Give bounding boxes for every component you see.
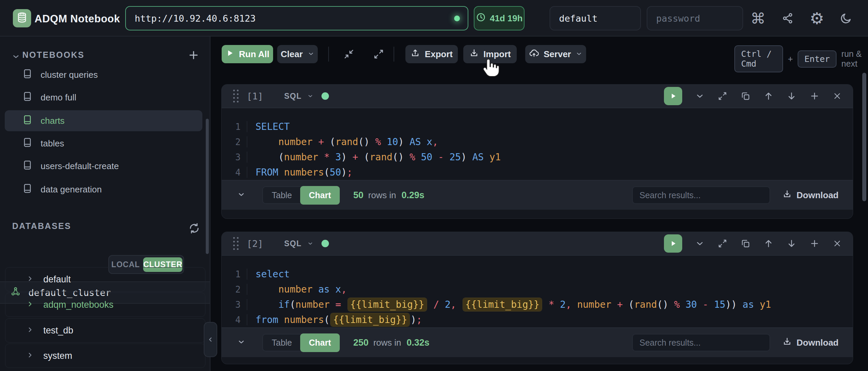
run-cell-button[interactable]: [664, 87, 682, 105]
table-chart-toggle[interactable]: Table Chart: [262, 334, 340, 351]
drag-handle-icon[interactable]: [233, 90, 239, 102]
chart-view-tab[interactable]: Chart: [300, 333, 340, 352]
toolbar-divider: [394, 47, 394, 62]
sidebar-item-users-default-create[interactable]: users-default-create: [5, 156, 202, 177]
uptime-badge: 41d 19h: [474, 6, 525, 30]
collapse-all-cells-icon[interactable]: [339, 45, 359, 63]
export-button[interactable]: Export: [405, 45, 458, 63]
import-button[interactable]: Import: [463, 45, 517, 63]
database-item-adqm-notebooks[interactable]: adqm_notebooks: [5, 293, 205, 317]
move-cell-down-icon[interactable]: [786, 91, 797, 101]
line-number: 2: [222, 137, 247, 147]
code-line[interactable]: 1SELECT: [222, 119, 853, 134]
clock-icon: [476, 12, 486, 25]
export-label: Export: [425, 49, 452, 60]
sidebar-item-data-generation[interactable]: data generation: [5, 179, 202, 200]
sidebar-item-demo-full[interactable]: demo full: [5, 87, 202, 108]
download-icon: [782, 337, 792, 349]
cell-language-dropdown[interactable]: SQL: [284, 239, 313, 248]
search-results-input[interactable]: [632, 334, 770, 351]
sidebar-scrollbar[interactable]: [206, 119, 209, 254]
cell-expand-icon[interactable]: [717, 91, 728, 101]
sidebar-collapse-handle[interactable]: [204, 322, 217, 357]
shortcut-plus: +: [788, 54, 793, 64]
command-shortcuts-icon[interactable]: ⌘: [750, 10, 766, 26]
notebooks-collapse-chevron-icon[interactable]: [12, 52, 20, 62]
rows-in-label: rows in: [368, 190, 396, 201]
adqm-notebook-app: ADQM Notebook 41d 19h ⌘ ⚙: [0, 0, 868, 371]
server-button[interactable]: Server: [525, 45, 586, 63]
cell-index-label: [1]: [247, 91, 263, 101]
refresh-databases-icon[interactable]: [186, 222, 202, 236]
cell-header: [2] SQL: [222, 232, 853, 256]
code-line[interactable]: 1select: [222, 266, 853, 282]
delete-cell-icon[interactable]: [832, 239, 842, 248]
download-label: Download: [797, 338, 839, 348]
sql-code-editor[interactable]: 1SELECT2 number + (rand() % 10) AS x,3 (…: [222, 108, 853, 180]
code-line[interactable]: 4FROM numbers(50);: [222, 165, 853, 180]
table-view-tab[interactable]: Table: [263, 190, 301, 200]
collapse-results-chevron-icon[interactable]: [237, 338, 245, 347]
download-button[interactable]: Download: [780, 189, 841, 202]
table-chart-toggle[interactable]: Table Chart: [262, 186, 340, 204]
code-line[interactable]: 2 number + (rand() % 10) AS x,: [222, 134, 853, 149]
sidebar-item-tables[interactable]: tables: [5, 133, 202, 154]
cell-results-bar: Table Chart 50 rows in 0.29s Download: [222, 180, 853, 210]
table-view-tab[interactable]: Table: [263, 338, 301, 348]
drag-handle-icon[interactable]: [233, 237, 239, 250]
chevron-down-icon: [307, 93, 313, 99]
cell-collapse-chevron-icon[interactable]: [695, 239, 705, 248]
notebooks-section-header: NOTEBOOKS: [22, 50, 85, 60]
password-input[interactable]: [647, 6, 743, 30]
cell-expand-icon[interactable]: [717, 238, 728, 249]
database-icon: [16, 11, 28, 25]
download-button[interactable]: Download: [780, 337, 841, 349]
search-results-input[interactable]: [632, 186, 770, 204]
code-line[interactable]: 2 number as x,: [222, 282, 853, 297]
collapse-results-chevron-icon[interactable]: [237, 190, 245, 200]
cell-collapse-chevron-icon[interactable]: [695, 91, 705, 101]
database-item-default[interactable]: default: [5, 267, 205, 292]
notebook-icon: [22, 91, 32, 104]
server-url-input[interactable]: [125, 6, 468, 30]
database-item-system[interactable]: system: [5, 344, 205, 368]
move-cell-down-icon[interactable]: [786, 238, 797, 249]
main-scrollbar[interactable]: [862, 73, 866, 201]
play-icon: [669, 239, 677, 248]
username-input[interactable]: [550, 6, 641, 30]
chevron-right-icon: [26, 274, 34, 285]
run-all-button[interactable]: Run All: [222, 45, 273, 63]
sidebar-item-label: demo full: [41, 92, 76, 103]
sidebar-item-label: users-default-create: [41, 161, 119, 171]
dark-mode-moon-icon[interactable]: [838, 10, 854, 26]
expand-all-cells-icon[interactable]: [369, 45, 389, 63]
clear-button[interactable]: Clear: [277, 45, 318, 63]
cell-language-dropdown[interactable]: SQL: [284, 92, 313, 101]
export-upload-icon: [410, 48, 420, 60]
add-cell-icon[interactable]: [809, 238, 820, 249]
clear-label: Clear: [281, 49, 303, 60]
database-item-test-db[interactable]: test_db: [5, 318, 205, 343]
sidebar-item-cluster-queries[interactable]: cluster queries: [5, 64, 202, 85]
run-cell-button[interactable]: [664, 234, 682, 253]
notebook-icon: [22, 183, 32, 196]
code-line[interactable]: 3 if(number = {{limit_big}} / 2, {{limit…: [222, 297, 853, 312]
duplicate-cell-icon[interactable]: [740, 238, 751, 249]
code-line[interactable]: 3 (number * 3) + (rand() % 50 - 25) AS y…: [222, 149, 853, 165]
chart-view-tab[interactable]: Chart: [300, 186, 340, 205]
rows-in-label: rows in: [373, 338, 401, 348]
settings-gear-icon[interactable]: ⚙: [809, 10, 825, 26]
move-cell-up-icon[interactable]: [763, 91, 774, 101]
delete-cell-icon[interactable]: [832, 91, 842, 101]
kbd-enter: Enter: [798, 50, 837, 68]
chevron-down-icon: [576, 49, 582, 60]
code-line[interactable]: 4from numbers({{limit_big}});: [222, 312, 853, 327]
sql-code-editor[interactable]: 1select2 number as x,3 if(number = {{lim…: [222, 256, 853, 327]
move-cell-up-icon[interactable]: [763, 238, 774, 249]
share-icon[interactable]: [780, 10, 796, 26]
sidebar-item-charts[interactable]: charts: [5, 110, 202, 131]
duplicate-cell-icon[interactable]: [740, 91, 751, 101]
add-notebook-button[interactable]: [185, 49, 202, 63]
add-cell-icon[interactable]: [809, 91, 820, 101]
topbar: ADQM Notebook 41d 19h ⌘ ⚙: [0, 0, 868, 37]
